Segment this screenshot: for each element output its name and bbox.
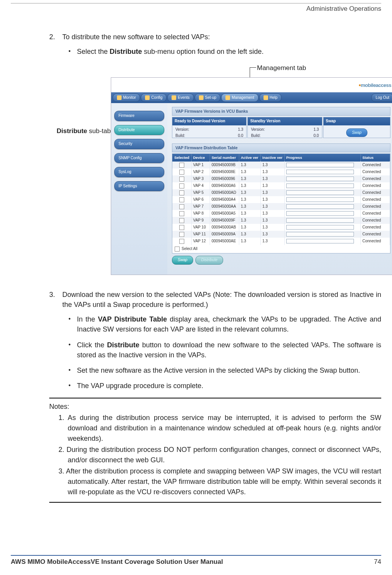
col-serial: Serial number [210,154,239,162]
step2-bullet1: Select the Distribute sub-menu option fo… [77,47,381,57]
progress-bar [286,211,354,216]
logo-bar: •mobileaccess [111,78,392,92]
callout-distribute-subtab: Distribute sub-tab [52,127,111,135]
progress-bar [286,232,354,237]
step2-text: To distribute the new software to select… [62,32,381,42]
sidebar-item-security[interactable]: Security [114,139,164,149]
select-all-row: Select All [172,245,390,253]
swap-button[interactable]: Swap [346,128,367,137]
bullet-icon: • [68,365,77,375]
step3-bullet4: The VAP upgrade procedure is complete. [77,381,381,391]
bank-ready: Ready to Download Version Version:Build:… [172,117,247,138]
tab-config[interactable]: Config [141,93,167,102]
tab-monitor[interactable]: Monitor [113,93,140,102]
bank-swap: Swap Swap [323,117,390,138]
tab-setup[interactable]: Set-up [195,93,220,102]
row-checkbox[interactable] [179,225,184,230]
tab-events[interactable]: Events [167,93,194,102]
notes-title: Notes: [49,402,381,412]
note-3: 3. After the distribution process is com… [49,466,381,497]
note-2: 2. During the distribution process DO NO… [49,445,381,465]
cell-progress [285,175,361,182]
col-selected: Selected [172,154,192,162]
notes-box: Notes: 1. As during the distribution pro… [49,398,381,503]
bank-swap-head: Swap [324,117,390,125]
row-checkbox[interactable] [179,177,184,182]
row-checkbox[interactable] [179,232,184,237]
cell-active: 1.3 [239,237,261,245]
page-footer: AWS MIMO MobileAccessVE Instant Coverage… [11,555,381,566]
col-status: Status [361,154,390,162]
table-row: VAP 5000945000AD1.31.3Connected [172,189,390,196]
step3-bullet3: Set the new software as the Active versi… [77,365,381,375]
progress-bar [286,177,354,181]
table-row: VAP 10000945000AB1.31.3Connected [172,224,390,231]
step3-bullet2: Click the Distribute button to download … [77,340,381,360]
swap-button-bottom[interactable]: Swap [172,256,193,265]
main-menubar: Monitor Config Events Set-up Management … [111,92,392,103]
row-checkbox[interactable] [179,204,184,209]
row-checkbox[interactable] [179,239,184,244]
col-device: Device [192,154,210,162]
footer-title: AWS MIMO MobileAccessVE Instant Coverage… [11,558,223,566]
sidebar: Firmware Distribute Security SNMP Config… [111,103,167,275]
cell-progress [285,203,361,210]
row-checkbox[interactable] [179,218,184,223]
events-icon [172,95,176,100]
col-inactive: Inactive ver [261,154,285,162]
bank-standby: Standby Version Version:Build: 1.30.0 [247,117,322,138]
cell-progress [285,237,361,245]
logout-button[interactable]: Log Out [371,93,392,102]
sidebar-item-syslog[interactable]: SysLog [114,167,164,177]
step3-num: 3. [49,290,62,310]
step3-bullet1: In the VAP Distribute Table display area… [77,314,381,334]
progress-bar [286,204,354,209]
progress-bar [286,218,354,223]
table-row: VAP 90009450009F1.31.3Connected [172,217,390,224]
tab-management[interactable]: Management [221,93,258,102]
setup-icon [199,95,204,100]
config-icon [145,95,150,100]
distribute-button[interactable]: Distribute [195,256,223,265]
bank-standby-head: Standby Version [248,117,322,125]
bullet-icon: • [68,381,77,391]
panel-banks-title: VAP Firmware Versions in VCU Banks [172,107,390,116]
bank-ready-head: Ready to Download Version [172,117,246,125]
note-1: 1. As during the distribution process se… [49,413,381,444]
cell-progress [285,217,361,224]
row-checkbox[interactable] [179,170,184,175]
table-row: VAP 4000945000A61.31.3Connected [172,182,390,189]
table-header: Selected Device Serial number Active ver… [172,154,390,162]
cell-status: Connected [361,237,390,245]
progress-bar [286,163,354,167]
row-checkbox[interactable] [179,163,184,168]
col-progress: Progress [285,154,361,162]
table-row: VAP 8000945000A51.31.3Connected [172,210,390,217]
progress-bar [286,225,354,230]
screenshot-figure: Management tab Distribute sub-tab •mobil… [49,63,381,279]
sidebar-item-firmware[interactable]: Firmware [114,111,164,121]
col-active: Active ver [239,154,261,162]
select-all-label: Select All [182,246,197,252]
step2-num: 2. [49,32,62,42]
table-row: VAP 7000945000AA1.31.3Connected [172,203,390,210]
sidebar-item-distribute[interactable]: Distribute [114,125,164,135]
cell-progress [285,223,361,231]
bullet-icon: • [68,47,77,57]
cell-progress [285,182,361,189]
row-checkbox[interactable] [179,183,184,188]
progress-bar [286,197,354,202]
row-checkbox[interactable] [179,190,184,195]
progress-bar [286,190,354,195]
progress-bar [286,239,354,243]
distribution-table: Selected Device Serial number Active ver… [172,153,390,253]
app-screenshot: •mobileaccess Monitor Config Events Set-… [111,77,392,275]
tab-help[interactable]: Help [259,93,282,102]
select-all-checkbox[interactable] [175,247,180,252]
cell-inactive: 1.3 [261,237,285,245]
row-checkbox[interactable] [179,211,184,216]
sidebar-item-ipsettings[interactable]: IP Settings [114,181,164,192]
sidebar-item-snmp[interactable]: SNMP Config [114,153,164,163]
management-icon [225,95,230,100]
row-checkbox[interactable] [179,197,184,202]
